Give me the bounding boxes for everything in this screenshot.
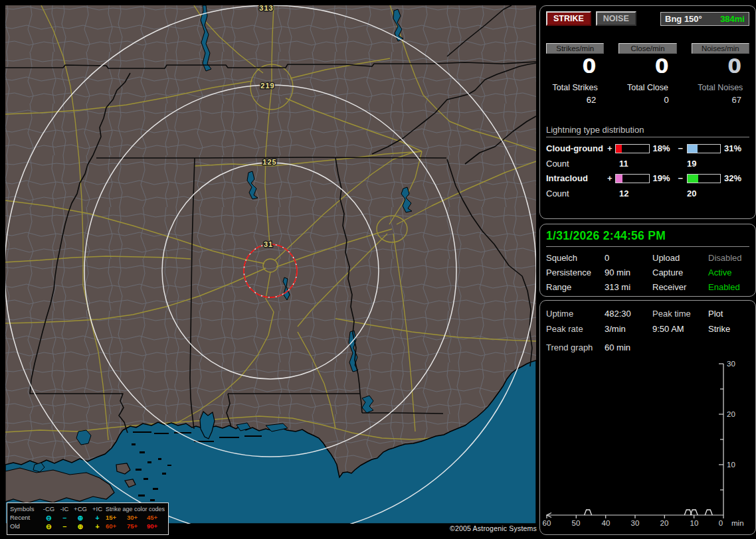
- noises-counter: Noises/min 0 Total Noises 67: [692, 43, 749, 105]
- capture-value: Active: [708, 268, 749, 277]
- neg-ic-old-icon: −: [57, 522, 72, 530]
- intracloud-row: Intracloud + 19% − 32%: [546, 173, 749, 184]
- range-label: Range: [546, 282, 605, 292]
- cg-plus-pct: 18%: [650, 143, 678, 153]
- cloud-ground-row: Cloud-ground + 18% − 31%: [546, 143, 749, 154]
- minus-sign: −: [678, 143, 687, 153]
- ring-label-219: 219: [260, 82, 274, 90]
- pos-cg-recent-icon: ⊕: [72, 514, 89, 522]
- legend-col-ncg: -CG: [41, 505, 57, 513]
- receiver-status-panel: 1/31/2026 2:44:56 PM Squelch 0 Upload Di…: [539, 224, 756, 297]
- strikes-per-min-value: 0: [546, 55, 604, 78]
- ic-minus-count: 20: [687, 189, 696, 198]
- upload-value: Disabled: [708, 253, 749, 263]
- trend-graph-label: Trend graph: [546, 343, 605, 352]
- pos-ic-recent-icon: +: [89, 514, 106, 522]
- legend-col-pcg: +CG: [72, 505, 89, 513]
- age-15: 15+: [106, 514, 127, 522]
- cg-minus-pct: 31%: [721, 143, 749, 153]
- strike-mode-button[interactable]: STRIKE: [546, 11, 591, 26]
- status-column: STRIKE NOISE Bng 150° 384mi Strikes/min …: [539, 0, 756, 539]
- legend-age-header: Strike age color codes: [106, 505, 167, 513]
- squelch-value: 0: [605, 253, 652, 263]
- capture-label: Capture: [652, 268, 708, 277]
- persistence-label: Persistence: [546, 268, 605, 277]
- bearing-label: Bng 150°: [665, 14, 702, 24]
- total-strikes-label: Total Strikes: [546, 83, 604, 92]
- close-per-min-badge: Close/min: [618, 43, 676, 54]
- lightning-detector-app: 31 125 219 313 Symbols -CG -IC +CG +IC S…: [0, 0, 756, 539]
- peak-time-value: 9:50 AM: [652, 324, 708, 334]
- neg-ic-recent-icon: −: [57, 514, 72, 522]
- trend-peaks: [585, 510, 713, 515]
- pos-cg-old-icon: ⊕: [72, 522, 89, 530]
- total-strikes-value: 62: [546, 95, 604, 105]
- count-label: Count: [546, 189, 619, 198]
- peak-rate-label: Peak rate: [546, 324, 605, 334]
- cloud-ground-count-row: Count 11 19: [546, 159, 749, 169]
- symbol-legend: Symbols -CG -IC +CG +IC Strike age color…: [7, 502, 169, 535]
- cg-plus-bar: [615, 144, 649, 153]
- x-tick-60: 60: [543, 519, 551, 527]
- ring-label-125: 125: [262, 158, 276, 166]
- age-45: 45+: [147, 514, 167, 522]
- cg-minus-bar: [687, 144, 721, 153]
- x-tick-20: 20: [660, 519, 669, 527]
- legend-row-recent-label: Recent: [10, 514, 41, 522]
- receiver-value: Enabled: [708, 282, 749, 292]
- ic-minus-bar: [687, 174, 721, 183]
- intracloud-count-row: Count 12 20: [546, 189, 749, 198]
- plot-mode-label: Plot: [708, 309, 749, 319]
- cg-minus-count: 19: [687, 159, 696, 169]
- ic-minus-pct: 32%: [721, 173, 749, 183]
- map-canvas: 31 125 219 313: [5, 5, 536, 524]
- pos-ic-old-icon: +: [89, 522, 106, 530]
- bearing-readout: Bng 150° 384mi: [660, 12, 749, 26]
- strike-map[interactable]: 31 125 219 313: [5, 5, 536, 524]
- neg-cg-recent-icon: ⊖: [41, 514, 57, 522]
- legend-row-old-label: Old: [10, 522, 41, 530]
- range-value: 313 mi: [605, 282, 652, 292]
- count-label: Count: [546, 159, 619, 169]
- strikes-per-min-badge: Strikes/min: [546, 43, 604, 54]
- strikes-counter: Strikes/min 0 Total Strikes 62: [546, 43, 604, 105]
- legend-symbols-header: Symbols: [10, 505, 41, 513]
- x-tick-40: 40: [602, 519, 611, 527]
- close-counter: Close/min 0 Total Close 0: [618, 43, 676, 105]
- age-60: 60+: [106, 522, 127, 530]
- noises-per-min-badge: Noises/min: [692, 43, 749, 54]
- close-per-min-value: 0: [618, 55, 676, 78]
- squelch-label: Squelch: [546, 253, 605, 263]
- x-tick-30: 30: [631, 519, 640, 527]
- strike-rate-trend-chart: 60 50 40 30 20 10 0 min 30 20 10: [540, 354, 756, 533]
- total-close-value: 0: [618, 95, 676, 105]
- y-tick-30: 30: [727, 360, 735, 368]
- copyright-text: ©2005 Astrogenic Systems: [441, 524, 537, 532]
- intracloud-label: Intracloud: [546, 173, 607, 183]
- age-90: 90+: [147, 522, 167, 530]
- session-trend-panel: Uptime 482:30 Peak time Plot Peak rate 3…: [539, 300, 756, 535]
- ic-plus-count: 12: [619, 189, 687, 198]
- noise-mode-button[interactable]: NOISE: [596, 11, 636, 26]
- total-close-label: Total Close: [618, 83, 676, 92]
- trend-graph-value: 60 min: [605, 343, 630, 352]
- cg-plus-count: 11: [619, 159, 687, 169]
- upload-label: Upload: [652, 253, 708, 263]
- uptime-label: Uptime: [546, 309, 605, 319]
- noises-per-min-value: 0: [692, 55, 749, 78]
- peak-rate-value: 3/min: [605, 324, 652, 334]
- current-datetime: 1/31/2026 2:44:56 PM: [546, 229, 749, 243]
- plot-mode-value: Strike: [708, 324, 749, 334]
- uptime-value: 482:30: [605, 309, 652, 319]
- ring-label-313: 313: [259, 5, 273, 12]
- y-tick-20: 20: [727, 410, 735, 418]
- strike-stats-panel: STRIKE NOISE Bng 150° 384mi Strikes/min …: [539, 5, 756, 219]
- distribution-title: Lightning type distribution: [546, 125, 749, 135]
- ic-plus-bar: [615, 174, 649, 183]
- receiver-label: Receiver: [652, 282, 708, 292]
- age-30: 30+: [127, 514, 147, 522]
- peak-time-label: Peak time: [652, 309, 708, 319]
- x-tick-0: 0: [719, 519, 723, 527]
- minus-sign: −: [678, 173, 687, 183]
- legend-col-pic: +IC: [89, 505, 106, 513]
